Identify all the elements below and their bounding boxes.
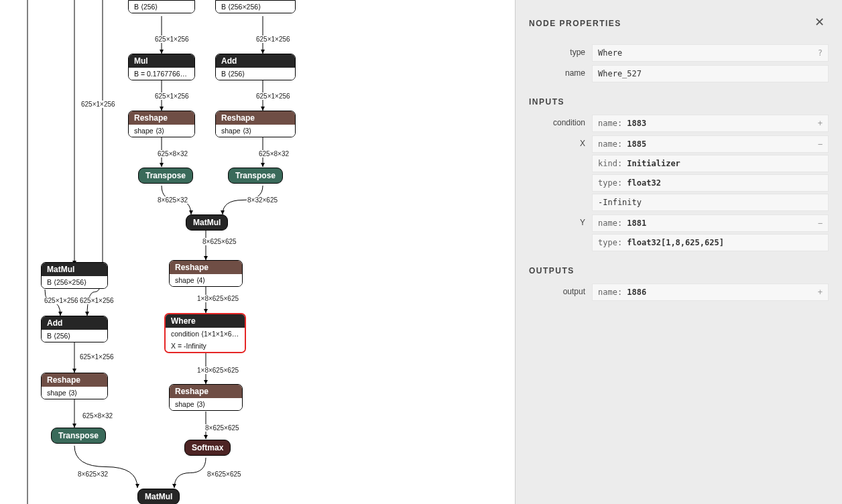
node-title: Reshape xyxy=(216,111,295,125)
node-detail: X = -Infinity xyxy=(166,340,245,352)
node-detail: shape ⟨3⟩ xyxy=(216,125,295,137)
node-detail: shape ⟨3⟩ xyxy=(129,125,194,137)
edge-label: 625×8×32 xyxy=(82,412,113,420)
field-label-type: type xyxy=(529,44,585,57)
node-title: Reshape xyxy=(42,373,107,387)
node-detail: shape ⟨4⟩ xyxy=(170,274,242,286)
edge-label: 625×1×256 xyxy=(154,36,190,43)
node-detail: B ⟨256×256⟩ xyxy=(216,1,295,13)
field-label-Y: Y xyxy=(529,214,585,227)
node-title: Add xyxy=(216,54,295,68)
node-title: Reshape xyxy=(170,261,242,274)
node-title: Add xyxy=(42,316,107,330)
panel-title: NODE PROPERTIES xyxy=(529,19,829,28)
input-condition[interactable]: name: 1883 + xyxy=(592,115,829,132)
edge-label: 8×32×625 xyxy=(247,196,278,204)
output-tensor[interactable]: name: 1886 + xyxy=(592,284,829,301)
field-label-output: output xyxy=(529,284,585,296)
section-inputs: INPUTS xyxy=(529,97,829,107)
edge-label: 625×1×256 xyxy=(80,101,116,108)
edge-label: 8×625×625 xyxy=(206,470,242,478)
input-X[interactable]: type: float32 xyxy=(592,174,829,192)
node-detail: B ⟨256⟩ xyxy=(129,1,194,13)
input-X[interactable]: -Infinity xyxy=(592,194,829,211)
node-detail: condition ⟨1×1×1×625⟩ xyxy=(166,328,245,340)
close-icon[interactable]: ✕ xyxy=(813,15,826,28)
input-X[interactable]: name: 1885− xyxy=(592,135,829,153)
node-title: Reshape xyxy=(129,111,194,125)
field-value-type[interactable]: Where ? xyxy=(592,44,829,62)
edge-label: 625×1×256 xyxy=(154,92,190,100)
node-detail: shape ⟨3⟩ xyxy=(42,387,107,399)
edge-label: 625×1×256 xyxy=(79,353,115,361)
collapse-icon[interactable]: − xyxy=(818,139,823,149)
graph-node[interactable]: Softmax xyxy=(184,440,231,456)
graph-node[interactable]: MatMul xyxy=(137,489,180,504)
input-Y[interactable]: name: 1881− xyxy=(592,214,829,232)
node-detail: B = 0.17677669… xyxy=(129,68,194,80)
node-title: Reshape xyxy=(170,385,242,398)
node-title: Where xyxy=(166,314,245,328)
expand-icon[interactable]: + xyxy=(818,288,823,297)
edge-label: 625×1×256 xyxy=(44,297,79,304)
expand-icon[interactable]: + xyxy=(818,119,823,128)
edge-label: 8×625×32 xyxy=(157,196,188,204)
collapse-icon[interactable]: − xyxy=(818,218,823,228)
edge-label: 625×1×256 xyxy=(79,297,115,304)
graph-node[interactable]: Transpose xyxy=(51,428,106,444)
edge-label: 8×625×625 xyxy=(204,424,240,432)
node-detail: B ⟨256×256⟩ xyxy=(42,276,107,288)
help-icon[interactable]: ? xyxy=(818,48,823,58)
edge-label: 8×625×625 xyxy=(202,238,237,245)
graph-node[interactable]: B ⟨256⟩ xyxy=(128,0,195,13)
graph-node[interactable]: MatMulB ⟨256×256⟩ xyxy=(41,262,108,289)
graph-node[interactable]: AddB ⟨256⟩ xyxy=(41,316,108,342)
graph-node[interactable]: Reshapeshape ⟨3⟩ xyxy=(41,373,108,399)
graph-node[interactable]: MulB = 0.17677669… xyxy=(128,54,195,80)
section-outputs: OUTPUTS xyxy=(529,266,829,275)
edge-label: 625×8×32 xyxy=(258,150,290,158)
field-label-name: name xyxy=(529,65,585,78)
graph-node[interactable]: Reshapeshape ⟨3⟩ xyxy=(128,111,195,137)
field-label-condition: condition xyxy=(529,115,585,127)
properties-panel: ✕ NODE PROPERTIES type Where ? name Wher… xyxy=(515,0,842,504)
graph-node[interactable]: Wherecondition ⟨1×1×1×625⟩X = -Infinity xyxy=(164,313,246,353)
field-label-X: X xyxy=(529,135,585,148)
edge-label: 625×1×256 xyxy=(255,92,291,100)
graph-node[interactable]: Reshapeshape ⟨3⟩ xyxy=(169,384,243,411)
graph-node[interactable]: Reshapeshape ⟨3⟩ xyxy=(215,111,296,137)
graph-node[interactable]: Transpose xyxy=(228,168,283,184)
node-detail: shape ⟨3⟩ xyxy=(170,398,242,410)
edge-label: 1×8×625×625 xyxy=(196,367,239,374)
edge-label: 1×8×625×625 xyxy=(196,295,239,302)
input-Y[interactable]: type: float32[1,8,625,625] xyxy=(592,234,829,251)
graph-node[interactable]: AddB ⟨256⟩ xyxy=(215,54,296,80)
graph-node[interactable]: Transpose xyxy=(138,168,193,184)
graph-node[interactable]: B ⟨256×256⟩ xyxy=(215,0,296,13)
node-detail: B ⟨256⟩ xyxy=(216,68,295,80)
graph-node[interactable]: MatMul xyxy=(186,214,228,231)
node-detail: B ⟨256⟩ xyxy=(42,330,107,342)
node-title: MatMul xyxy=(42,263,107,276)
node-title: Mul xyxy=(129,54,194,68)
graph-node[interactable]: Reshapeshape ⟨4⟩ xyxy=(169,260,243,287)
edge-label: 8×625×32 xyxy=(77,470,109,478)
field-value-name[interactable]: Where_527 xyxy=(592,65,829,82)
edge-label: 625×8×32 xyxy=(157,150,188,158)
input-X[interactable]: kind: Initializer xyxy=(592,155,829,172)
edge-label: 625×1×256 xyxy=(255,36,291,43)
